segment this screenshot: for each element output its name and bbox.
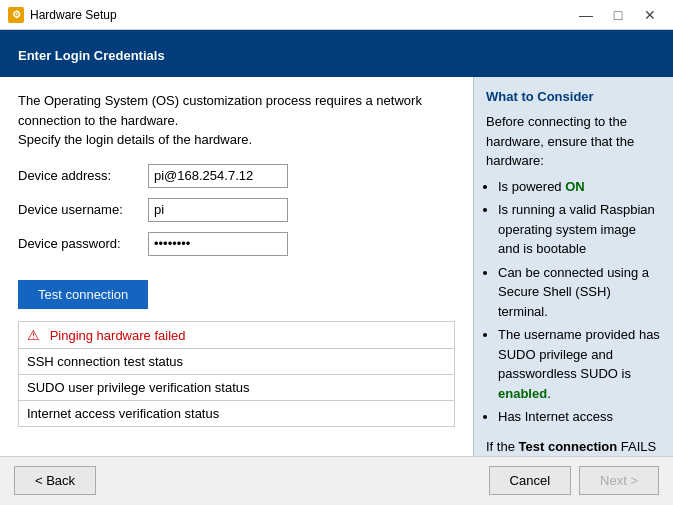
app-icon: ⚙ [8, 7, 24, 23]
status-table: ⚠ Pinging hardware failed SSH connection… [18, 321, 455, 427]
device-username-input[interactable] [148, 198, 288, 222]
device-password-row: Device password: [18, 232, 455, 256]
table-row: Internet access verification status [19, 400, 455, 426]
footer: < Back Cancel Next > [0, 456, 673, 504]
sudo-status-cell: SUDO user privilege verification status [19, 374, 455, 400]
side-panel-title: What to Consider [486, 89, 661, 104]
ssh-status-cell: SSH connection test status [19, 348, 455, 374]
title-bar-left: ⚙ Hardware Setup [8, 7, 117, 23]
intro-text: The Operating System (OS) customization … [18, 91, 455, 150]
side-panel: What to Consider Before connecting to th… [473, 77, 673, 456]
list-item: Is powered ON [498, 177, 661, 197]
main-panel: The Operating System (OS) customization … [0, 77, 473, 456]
side-note: If the Test connection FAILS with the Pi… [486, 437, 661, 457]
next-button[interactable]: Next > [579, 466, 659, 495]
side-bullet-list: Is powered ON Is running a valid Raspbia… [498, 177, 661, 427]
list-item: The username provided has SUDO privilege… [498, 325, 661, 403]
error-text: Pinging hardware failed [50, 328, 186, 343]
intro-line1: The Operating System (OS) customization … [18, 93, 422, 108]
list-item: Has Internet access [498, 407, 661, 427]
device-username-row: Device username: [18, 198, 455, 222]
device-address-row: Device address: [18, 164, 455, 188]
title-bar: ⚙ Hardware Setup — □ ✕ [0, 0, 673, 30]
back-button[interactable]: < Back [14, 466, 96, 495]
table-row: ⚠ Pinging hardware failed [19, 321, 455, 348]
table-row: SUDO user privilege verification status [19, 374, 455, 400]
internet-status-cell: Internet access verification status [19, 400, 455, 426]
device-username-label: Device username: [18, 202, 148, 217]
footer-left: < Back [14, 466, 96, 495]
intro-line3: Specify the login details of the hardwar… [18, 132, 252, 147]
test-conn-highlight: Test connection [519, 439, 618, 454]
enabled-highlight: enabled [498, 386, 547, 401]
device-address-label: Device address: [18, 168, 148, 183]
page-title: Enter Login Credentials [18, 48, 165, 63]
cancel-button[interactable]: Cancel [489, 466, 571, 495]
close-button[interactable]: ✕ [635, 4, 665, 26]
error-icon: ⚠ [27, 327, 40, 343]
maximize-button[interactable]: □ [603, 4, 633, 26]
list-item: Is running a valid Raspbian operating sy… [498, 200, 661, 259]
device-password-input[interactable] [148, 232, 288, 256]
on-highlight: ON [565, 179, 585, 194]
footer-right: Cancel Next > [489, 466, 659, 495]
side-note-text1: If the [486, 439, 519, 454]
content-area: The Operating System (OS) customization … [0, 77, 673, 456]
side-panel-body: Before connecting to the hardware, ensur… [486, 112, 661, 456]
window-controls: — □ ✕ [571, 4, 665, 26]
minimize-button[interactable]: — [571, 4, 601, 26]
device-address-input[interactable] [148, 164, 288, 188]
side-intro: Before connecting to the hardware, ensur… [486, 112, 661, 171]
table-row: SSH connection test status [19, 348, 455, 374]
window-title: Hardware Setup [30, 8, 117, 22]
status-error-cell: ⚠ Pinging hardware failed [19, 321, 455, 348]
intro-line2: connection to the hardware. [18, 113, 178, 128]
list-item: Can be connected using a Secure Shell (S… [498, 263, 661, 322]
page-header: Enter Login Credentials [0, 30, 673, 77]
device-password-label: Device password: [18, 236, 148, 251]
test-connection-button[interactable]: Test connection [18, 280, 148, 309]
